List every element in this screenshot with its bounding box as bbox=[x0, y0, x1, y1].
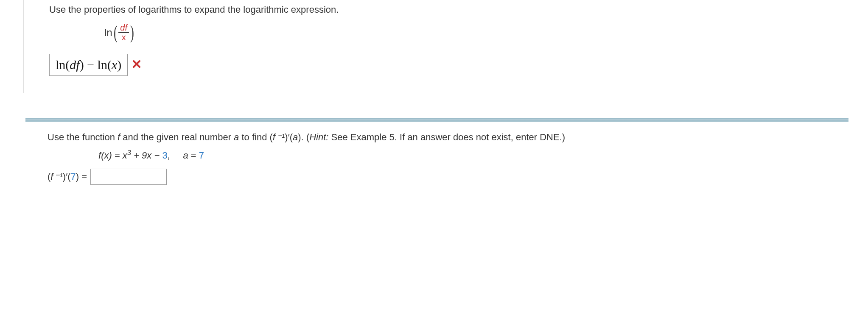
q2-a: a bbox=[234, 132, 239, 142]
q2-text-3: to find ( bbox=[239, 132, 272, 142]
q2-func-rhs: x3 + 9x − bbox=[123, 150, 162, 161]
q1-prompt: Use the properties of logarithms to expa… bbox=[49, 4, 868, 15]
section-divider bbox=[25, 118, 848, 122]
q2-answer-row: (f ⁻¹)′(7) = bbox=[48, 169, 868, 185]
q2-hint-label: Hint: bbox=[309, 132, 328, 142]
q2-const-blue: 3 bbox=[162, 150, 167, 161]
post: ) = bbox=[76, 171, 87, 182]
left-paren: ( bbox=[114, 23, 118, 42]
q1-expression: ln ( df x ) bbox=[104, 23, 868, 42]
q2-func-lhs: f(x) bbox=[98, 150, 112, 161]
q1-submitted-answer: ln(df) − ln(x) bbox=[56, 58, 121, 72]
q2-text-5: ). ( bbox=[298, 132, 309, 142]
question-1: Use the properties of logarithms to expa… bbox=[23, 0, 868, 93]
q2-eq2: = bbox=[188, 150, 199, 161]
fraction-numerator: df bbox=[118, 23, 129, 33]
fraction: df x bbox=[118, 23, 129, 42]
q2-prompt: Use the function f and the given real nu… bbox=[48, 132, 868, 143]
q2-finv: f ⁻¹ bbox=[273, 132, 285, 142]
q2-text-2: and the given real number bbox=[120, 132, 234, 142]
wrong-icon bbox=[132, 59, 141, 70]
q2-eq1: = bbox=[112, 150, 123, 161]
ln-label: ln bbox=[104, 27, 112, 39]
question-2: Use the function f and the given real nu… bbox=[0, 129, 868, 198]
q2-text-4: )′( bbox=[285, 132, 293, 142]
finv2: f ⁻¹ bbox=[50, 171, 63, 182]
q2-answer-input[interactable] bbox=[90, 169, 167, 185]
fraction-denominator: x bbox=[120, 33, 128, 42]
q1-answer-row: ln(df) − ln(x) bbox=[49, 54, 868, 76]
q2-a2: a bbox=[293, 132, 298, 142]
q2-answer-label: (f ⁻¹)′(7) = bbox=[48, 171, 87, 182]
q1-answer-box[interactable]: ln(df) − ln(x) bbox=[49, 54, 128, 76]
mid: )′( bbox=[63, 171, 71, 182]
q2-hint-text: See Example 5. If an answer does not exi… bbox=[328, 132, 565, 142]
q2-comma: , bbox=[168, 150, 183, 161]
right-paren: ) bbox=[130, 23, 134, 42]
q2-a-value: 7 bbox=[199, 150, 204, 161]
arg: 7 bbox=[71, 171, 76, 182]
q2-a-lhs: a bbox=[183, 150, 188, 161]
q2-text-1: Use the function bbox=[48, 132, 118, 142]
q2-function-line: f(x) = x3 + 9x − 3, a = 7 bbox=[98, 149, 868, 161]
